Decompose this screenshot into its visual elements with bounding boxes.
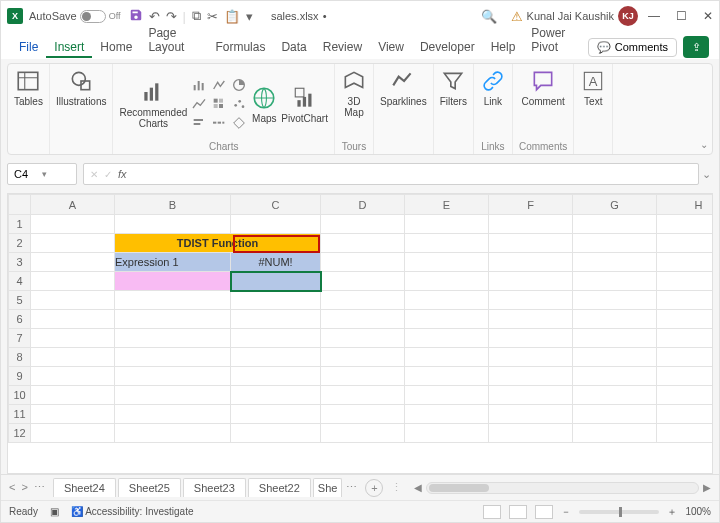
formula-input[interactable]: ✕ ✓ fx <box>83 163 699 185</box>
sheet-tab[interactable]: Sheet22 <box>248 478 311 497</box>
recommended-charts-button[interactable]: Recommended Charts <box>119 79 187 129</box>
macro-record-icon[interactable]: ▣ <box>50 506 59 517</box>
col-D[interactable]: D <box>321 195 405 215</box>
scroll-right-icon[interactable]: ▶ <box>703 482 711 493</box>
col-C[interactable]: C <box>231 195 321 215</box>
zoom-in-icon[interactable]: ＋ <box>667 505 677 519</box>
comment-button[interactable]: Comment <box>521 68 564 107</box>
illustrations-button[interactable]: Illustrations <box>56 68 107 107</box>
3d-map-button[interactable]: 3D Map <box>341 68 367 118</box>
row-11[interactable]: 11 <box>9 405 31 424</box>
col-G[interactable]: G <box>573 195 657 215</box>
tab-data[interactable]: Data <box>273 36 314 58</box>
collapse-ribbon-icon[interactable]: ⌄ <box>700 139 708 150</box>
name-box[interactable]: C4 ▾ <box>7 163 77 185</box>
autosave-toggle[interactable]: AutoSave Off <box>29 10 121 23</box>
scroll-left-icon[interactable]: ◀ <box>414 482 422 493</box>
autosave-switch[interactable] <box>80 10 106 23</box>
share-button[interactable]: ⇪ <box>683 36 709 58</box>
tab-power-pivot[interactable]: Power Pivot <box>523 22 587 58</box>
link-button[interactable]: Link <box>480 68 506 107</box>
cell-C4-selected[interactable] <box>231 272 321 291</box>
user-name[interactable]: Kunal Jai Kaushik <box>527 10 614 22</box>
col-F[interactable]: F <box>489 195 573 215</box>
row-3[interactable]: 3 <box>9 253 31 272</box>
expand-formula-bar-icon[interactable]: ⌄ <box>699 168 713 181</box>
row-7[interactable]: 7 <box>9 329 31 348</box>
minimize-button[interactable]: — <box>648 9 660 23</box>
row-4[interactable]: 4 <box>9 272 31 291</box>
tab-developer[interactable]: Developer <box>412 36 483 58</box>
sparklines-button[interactable]: Sparklines <box>380 68 427 107</box>
zoom-level[interactable]: 100% <box>685 506 711 517</box>
pivotchart-button[interactable]: PivotChart <box>281 85 328 124</box>
tab-insert[interactable]: Insert <box>46 36 92 58</box>
cell-B2C2[interactable]: TDIST Function <box>115 234 321 253</box>
text-button[interactable]: A Text <box>580 68 606 107</box>
sheet-tab[interactable]: Sheet23 <box>183 478 246 497</box>
search-icon[interactable]: 🔍 <box>481 9 497 24</box>
cell-C3[interactable]: #NUM! <box>231 253 321 272</box>
tab-page-layout[interactable]: Page Layout <box>140 22 207 58</box>
row-2[interactable]: 2 <box>9 234 31 253</box>
cell-B4[interactable] <box>115 272 231 291</box>
select-all[interactable] <box>9 195 31 215</box>
column-headers[interactable]: A B C D E F G H I <box>9 195 714 215</box>
saved-dot: • <box>323 10 327 22</box>
tab-file[interactable]: File <box>11 36 46 58</box>
view-layout-button[interactable] <box>509 505 527 519</box>
chart-types-col1[interactable] <box>191 77 207 131</box>
sheet-prev-icon[interactable]: < <box>9 481 15 494</box>
qat-more-icon[interactable]: ▾ <box>246 9 253 24</box>
cell-B3[interactable]: Expression 1 <box>115 253 231 272</box>
sheet-tab[interactable]: Sheet25 <box>118 478 181 497</box>
row-1[interactable]: 1 <box>9 215 31 234</box>
maximize-button[interactable]: ☐ <box>676 9 687 23</box>
maps-button[interactable]: Maps <box>251 85 277 124</box>
horizontal-scrollbar[interactable]: ◀ ▶ <box>414 482 711 494</box>
filters-button[interactable]: Filters <box>440 68 467 107</box>
tab-view[interactable]: View <box>370 36 412 58</box>
paste-icon[interactable]: 📋 <box>224 9 240 24</box>
sheet-overflow[interactable]: ⋯ <box>346 481 357 494</box>
sheet-tab-partial[interactable]: She <box>313 478 343 497</box>
col-E[interactable]: E <box>405 195 489 215</box>
close-button[interactable]: ✕ <box>703 9 713 23</box>
file-name[interactable]: sales.xlsx <box>271 10 319 22</box>
tab-formulas[interactable]: Formulas <box>207 36 273 58</box>
tab-home[interactable]: Home <box>92 36 140 58</box>
view-normal-button[interactable] <box>483 505 501 519</box>
warning-icon[interactable]: ⚠ <box>511 9 523 24</box>
row-8[interactable]: 8 <box>9 348 31 367</box>
chart-types-col2[interactable] <box>211 77 227 131</box>
group-text: A Text <box>574 64 613 154</box>
formula-bar: C4 ▾ ✕ ✓ fx ⌄ <box>7 161 713 187</box>
svg-text:A: A <box>589 74 598 89</box>
row-6[interactable]: 6 <box>9 310 31 329</box>
spreadsheet-grid[interactable]: A B C D E F G H I 1 2 TDIST Function 3 E… <box>7 193 713 474</box>
svg-rect-19 <box>223 122 225 124</box>
row-12[interactable]: 12 <box>9 424 31 443</box>
tables-button[interactable]: Tables <box>14 68 43 107</box>
tab-help[interactable]: Help <box>483 36 524 58</box>
user-avatar[interactable]: KJ <box>618 6 638 26</box>
col-H[interactable]: H <box>657 195 714 215</box>
tab-review[interactable]: Review <box>315 36 370 58</box>
col-A[interactable]: A <box>31 195 115 215</box>
row-9[interactable]: 9 <box>9 367 31 386</box>
fx-icon[interactable]: fx <box>118 168 127 180</box>
row-10[interactable]: 10 <box>9 386 31 405</box>
new-sheet-button[interactable]: + <box>365 479 383 497</box>
comments-button[interactable]: 💬 Comments <box>588 38 677 57</box>
chart-types-col3[interactable] <box>231 77 247 131</box>
row-5[interactable]: 5 <box>9 291 31 310</box>
accessibility-status[interactable]: ♿ Accessibility: Investigate <box>71 506 194 517</box>
sheet-next-icon[interactable]: > <box>21 481 27 494</box>
cut-icon[interactable]: ✂ <box>207 9 218 24</box>
sheet-more-icon[interactable]: ⋯ <box>34 481 45 494</box>
col-B[interactable]: B <box>115 195 231 215</box>
sheet-tab[interactable]: Sheet24 <box>53 478 116 497</box>
zoom-slider[interactable] <box>579 510 659 514</box>
zoom-out-icon[interactable]: － <box>561 505 571 519</box>
view-break-button[interactable] <box>535 505 553 519</box>
